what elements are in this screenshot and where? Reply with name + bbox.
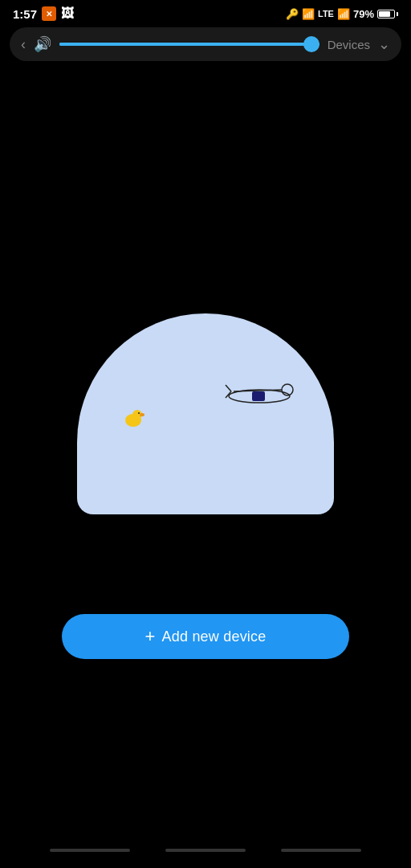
back-button[interactable]: ‹	[21, 36, 26, 53]
volume-track	[59, 43, 319, 46]
main-content	[0, 88, 411, 788]
volume-slider[interactable]	[59, 43, 319, 46]
status-left: 1:57 ✕ 🖼	[13, 6, 74, 21]
rubber-duck-icon	[121, 406, 145, 430]
volume-icon: 🔊	[34, 35, 51, 53]
bottom-indicator-center	[165, 849, 246, 852]
battery-icon	[377, 10, 398, 18]
nav-bar: ‹ 🔊 Devices ⌄	[10, 27, 401, 61]
pool-illustration	[77, 313, 334, 514]
plus-icon: +	[145, 628, 156, 645]
svg-rect-5	[252, 391, 265, 401]
bottom-indicator-right	[281, 849, 361, 852]
status-right: 🔑 📶 LTE 📶 79%	[286, 8, 398, 20]
bottom-indicators	[0, 849, 411, 852]
add-new-device-button[interactable]: + Add new device	[62, 614, 349, 659]
swimmer-icon	[222, 374, 298, 410]
dropdown-button[interactable]: ⌄	[378, 35, 390, 53]
pool-shape	[77, 313, 334, 514]
volume-thumb[interactable]	[303, 36, 319, 52]
battery-percent: 79%	[353, 8, 374, 20]
vpn-icon: 🔑	[286, 8, 299, 20]
status-time: 1:57	[13, 7, 37, 21]
signal-icon: 📶	[337, 8, 350, 20]
bottom-indicator-left	[50, 849, 130, 852]
photo-icon: 🖼	[61, 6, 74, 21]
status-bar: 1:57 ✕ 🖼 🔑 📶 LTE 📶 79%	[0, 0, 411, 24]
wifi-icon: 📶	[302, 8, 315, 20]
svg-point-8	[140, 413, 144, 416]
svg-point-9	[138, 412, 140, 414]
nav-title: Devices	[328, 38, 370, 51]
svg-line-4	[226, 385, 231, 391]
lte-icon: LTE	[318, 9, 334, 18]
notification-icon: ✕	[42, 6, 56, 21]
add-device-label: Add new device	[162, 628, 267, 645]
